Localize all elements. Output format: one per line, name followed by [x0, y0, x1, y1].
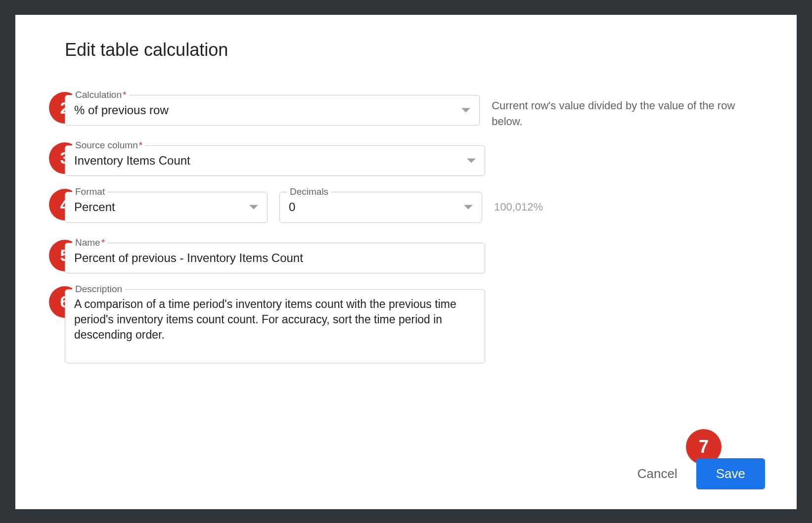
- calculation-hint: Current row's value divided by the value…: [492, 95, 765, 130]
- name-label: Name*: [72, 237, 108, 248]
- chevron-down-icon: [249, 205, 258, 210]
- source-column-value: Inventory Items Count: [74, 153, 459, 169]
- calculation-label: Calculation*: [72, 89, 129, 100]
- format-value: Percent: [74, 199, 241, 215]
- format-sample: 100,012%: [494, 201, 543, 214]
- calculation-select[interactable]: Calculation* % of previous row: [65, 95, 480, 126]
- chevron-down-icon: [461, 108, 470, 113]
- decimals-select[interactable]: Decimals 0: [279, 192, 482, 222]
- edit-table-calculation-dialog: Edit table calculation 2 Calculation* % …: [15, 15, 797, 509]
- form-area: 2 Calculation* % of previous row Current…: [47, 95, 765, 363]
- decimals-label: Decimals: [287, 186, 331, 197]
- description-value: A comparison of a time period's inventor…: [74, 297, 476, 343]
- description-textarea[interactable]: Description A comparison of a time perio…: [65, 289, 485, 363]
- chevron-down-icon: [464, 205, 473, 210]
- decimals-value: 0: [289, 199, 456, 215]
- format-select[interactable]: Format Percent: [65, 192, 268, 222]
- dialog-actions: Cancel Save: [637, 458, 765, 489]
- calculation-value: % of previous row: [74, 102, 453, 118]
- dialog-title: Edit table calculation: [65, 40, 765, 60]
- source-column-label: Source column*: [72, 140, 145, 151]
- chevron-down-icon: [467, 158, 476, 163]
- cancel-button[interactable]: Cancel: [637, 466, 677, 481]
- source-column-select[interactable]: Source column* Inventory Items Count: [65, 145, 485, 176]
- description-label: Description: [72, 284, 125, 295]
- name-input[interactable]: Name* Percent of previous - Inventory It…: [65, 243, 485, 273]
- name-value: Percent of previous - Inventory Items Co…: [74, 250, 476, 266]
- format-label: Format: [72, 186, 108, 197]
- save-button[interactable]: Save: [696, 458, 765, 489]
